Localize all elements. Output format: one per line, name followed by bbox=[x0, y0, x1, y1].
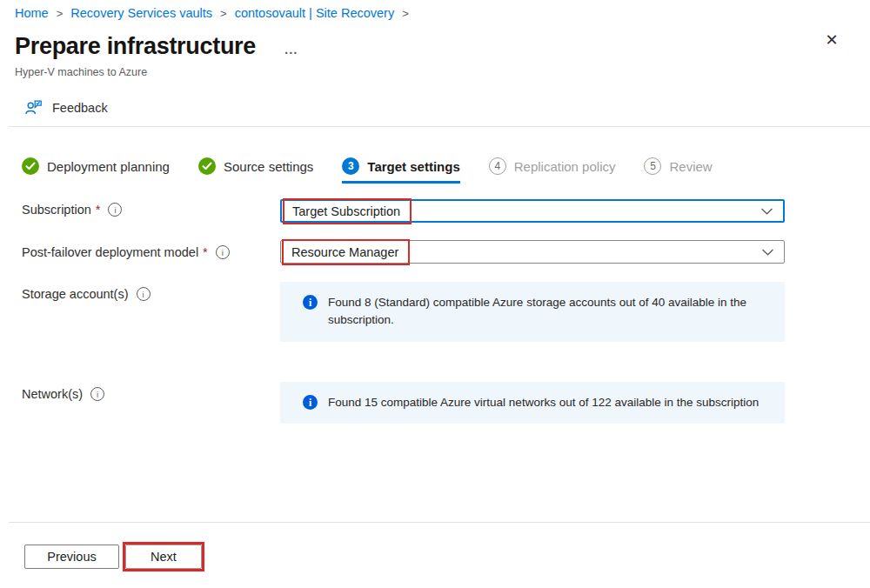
feedback-icon bbox=[24, 98, 43, 117]
networks-info-text: Found 15 compatible Azure virtual networ… bbox=[328, 394, 759, 411]
networks-infobox: i Found 15 compatible Azure virtual netw… bbox=[280, 382, 785, 424]
breadcrumb: Home > Recovery Services vaults > contos… bbox=[15, 6, 409, 20]
step-label: Replication policy bbox=[514, 159, 616, 174]
breadcrumb-recovery-vaults-link[interactable]: Recovery Services vaults bbox=[70, 6, 212, 20]
step-label: Deployment planning bbox=[47, 159, 170, 174]
info-tooltip-icon[interactable]: i bbox=[216, 245, 230, 259]
info-tooltip-icon[interactable]: i bbox=[108, 203, 122, 217]
footer-divider bbox=[9, 522, 870, 523]
chevron-down-icon bbox=[760, 207, 773, 215]
info-tooltip-icon[interactable]: i bbox=[90, 387, 104, 401]
annotation-red-box: Resource Manager bbox=[282, 239, 410, 265]
storage-accounts-infobox: i Found 8 (Standard) compatible Azure st… bbox=[280, 282, 785, 342]
storage-accounts-label: Storage account(s) i bbox=[22, 287, 151, 301]
step-label: Source settings bbox=[224, 159, 313, 174]
step-number-badge: 4 bbox=[489, 157, 506, 175]
annotation-red-box: Next bbox=[123, 542, 204, 571]
step-deployment-planning[interactable]: Deployment planning bbox=[22, 157, 170, 184]
step-review[interactable]: 5 Review bbox=[644, 157, 712, 184]
more-options-icon[interactable]: ... bbox=[284, 42, 298, 57]
wizard-steps: Deployment planning Source settings 3 Ta… bbox=[22, 157, 741, 184]
field-label-text: Post-failover deployment model bbox=[22, 245, 198, 259]
step-source-settings[interactable]: Source settings bbox=[198, 157, 313, 184]
close-icon[interactable]: ✕ bbox=[820, 29, 843, 51]
post-failover-model-value: Resource Manager bbox=[291, 245, 398, 259]
page-subtitle: Hyper-V machines to Azure bbox=[15, 66, 147, 78]
info-tooltip-icon[interactable]: i bbox=[137, 287, 151, 301]
feedback-button[interactable]: Feedback bbox=[24, 98, 108, 117]
field-label-text: Subscription bbox=[22, 203, 91, 217]
step-number-badge: 5 bbox=[644, 157, 661, 175]
prepare-infrastructure-page: Home > Recovery Services vaults > contos… bbox=[0, 0, 870, 588]
subscription-label: Subscription * i bbox=[22, 203, 122, 217]
post-failover-model-dropdown[interactable]: Resource Manager bbox=[280, 240, 785, 264]
breadcrumb-separator: > bbox=[220, 7, 227, 20]
subscription-value: Target Subscription bbox=[292, 204, 400, 218]
field-label-text: Storage account(s) bbox=[22, 287, 129, 301]
breadcrumb-separator: > bbox=[402, 7, 409, 20]
info-icon: i bbox=[303, 395, 318, 410]
post-failover-model-label: Post-failover deployment model * i bbox=[22, 245, 230, 259]
feedback-label: Feedback bbox=[52, 101, 108, 115]
step-complete-check-icon bbox=[198, 157, 216, 175]
step-target-settings[interactable]: 3 Target settings bbox=[342, 157, 459, 184]
info-icon: i bbox=[303, 295, 318, 310]
required-marker: * bbox=[96, 203, 101, 217]
annotation-red-box: Target Subscription bbox=[283, 198, 412, 224]
next-button[interactable]: Next bbox=[125, 545, 202, 569]
step-label: Review bbox=[669, 159, 712, 174]
breadcrumb-contosovault-link[interactable]: contosovault | Site Recovery bbox=[235, 6, 395, 20]
breadcrumb-separator: > bbox=[57, 7, 64, 20]
step-number-badge: 3 bbox=[342, 157, 359, 175]
header-divider bbox=[9, 126, 870, 127]
storage-accounts-info-text: Found 8 (Standard) compatible Azure stor… bbox=[328, 294, 764, 330]
step-complete-check-icon bbox=[22, 157, 39, 175]
chevron-down-icon bbox=[761, 248, 774, 256]
networks-label: Network(s) i bbox=[22, 387, 104, 401]
subscription-dropdown[interactable]: Target Subscription bbox=[280, 199, 785, 223]
previous-button[interactable]: Previous bbox=[24, 545, 119, 569]
required-marker: * bbox=[203, 245, 208, 259]
breadcrumb-home-link[interactable]: Home bbox=[15, 6, 49, 20]
step-label: Target settings bbox=[367, 159, 459, 174]
step-replication-policy[interactable]: 4 Replication policy bbox=[489, 157, 616, 184]
page-title: Prepare infrastructure bbox=[15, 33, 256, 60]
field-label-text: Network(s) bbox=[22, 387, 83, 401]
